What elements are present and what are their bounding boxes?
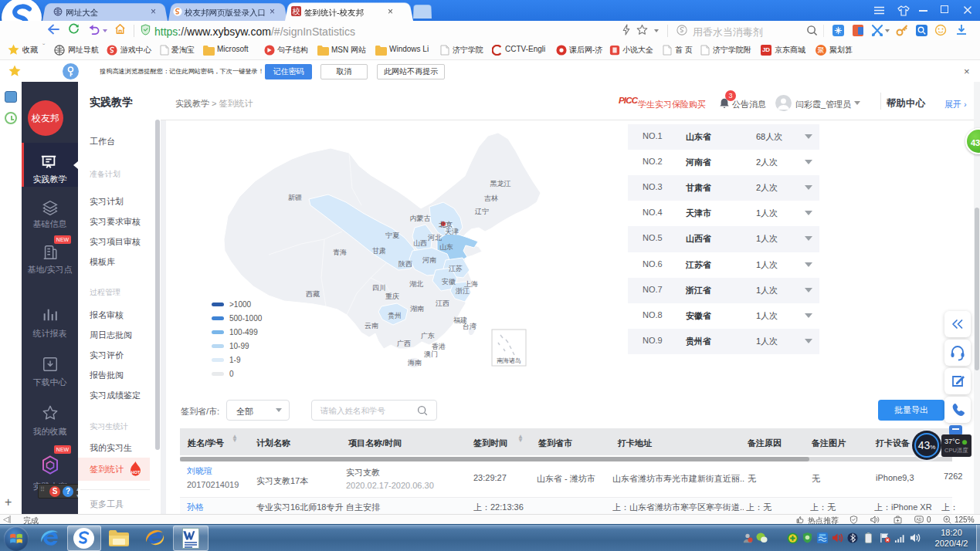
svg-text:江西: 江西	[436, 299, 449, 307]
svg-text:甘肃: 甘肃	[372, 247, 386, 255]
svg-text:河北: 河北	[428, 234, 442, 242]
svg-text:湖北: 湖北	[409, 280, 423, 288]
svg-text:宁夏: 宁夏	[385, 232, 399, 239]
svg-text:南海诸岛: 南海诸岛	[497, 357, 521, 364]
svg-text:香港: 香港	[432, 343, 446, 350]
svg-text:青海: 青海	[333, 248, 347, 256]
svg-text:浙江: 浙江	[455, 287, 470, 295]
svg-text:云南: 云南	[365, 322, 378, 330]
svg-text:山东: 山东	[439, 243, 453, 251]
svg-text:黑龙江: 黑龙江	[490, 180, 511, 188]
svg-text:江苏: 江苏	[449, 265, 463, 272]
svg-text:台湾: 台湾	[463, 323, 476, 330]
svg-text:贵州: 贵州	[388, 312, 402, 319]
svg-text:山西: 山西	[413, 239, 427, 247]
svg-text:海南: 海南	[408, 359, 422, 367]
svg-text:陕西: 陕西	[398, 260, 412, 268]
svg-text:安徽: 安徽	[442, 278, 456, 286]
svg-text:吉林: 吉林	[484, 194, 498, 202]
svg-text:西藏: 西藏	[306, 290, 320, 298]
svg-text:广西: 广西	[397, 340, 411, 347]
svg-text:辽宁: 辽宁	[475, 208, 489, 215]
svg-text:四川: 四川	[372, 284, 386, 292]
svg-text:广东: 广东	[421, 332, 435, 340]
svg-text:河南: 河南	[422, 256, 436, 264]
svg-text:内蒙古: 内蒙古	[410, 215, 431, 222]
svg-text:北京: 北京	[439, 221, 453, 228]
svg-text:新疆: 新疆	[288, 194, 302, 201]
svg-text:天津: 天津	[445, 228, 459, 235]
svg-text:澳门: 澳门	[424, 350, 438, 358]
svg-text:AD: AD	[917, 518, 922, 522]
svg-text:湖南: 湖南	[410, 305, 424, 313]
svg-text:重庆: 重庆	[385, 292, 399, 300]
